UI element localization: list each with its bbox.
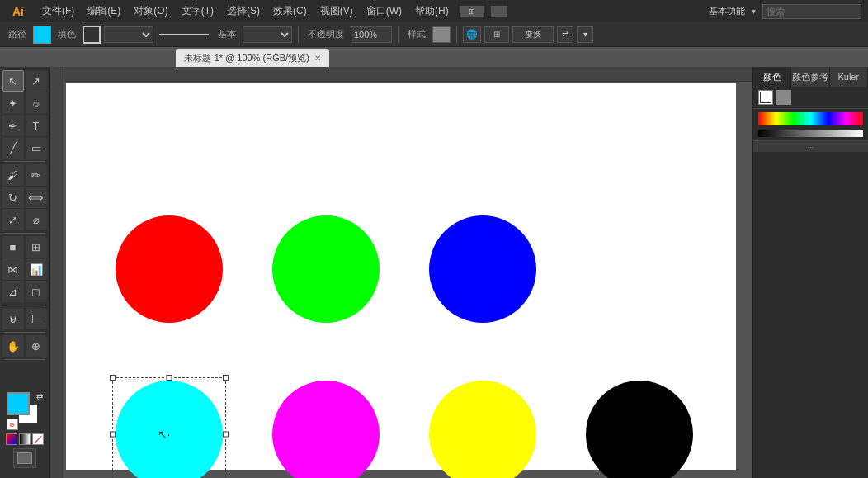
handle-tr[interactable] xyxy=(223,375,229,381)
panel-fill-icon[interactable] xyxy=(758,90,773,105)
mesh-tool[interactable]: ⊞ xyxy=(26,236,47,258)
fill-label: 填色 xyxy=(54,28,79,40)
menu-object[interactable]: 对象(O) xyxy=(128,2,173,21)
green-circle[interactable] xyxy=(272,215,380,323)
lasso-tool[interactable]: ⌾ xyxy=(26,92,47,114)
more-btn-2[interactable]: ▾ xyxy=(577,26,593,43)
separator-2 xyxy=(398,26,399,43)
color-mode-gradient[interactable] xyxy=(19,433,31,445)
slice-tool[interactable]: ⊿ xyxy=(2,281,24,302)
stroke-indicator[interactable] xyxy=(83,26,101,44)
color-mode-none[interactable] xyxy=(32,433,44,445)
tool-row-4: ╱ ▭ xyxy=(2,137,47,159)
gradient-tool[interactable]: ■ xyxy=(2,236,24,258)
paintbrush-tool[interactable]: 🖌 xyxy=(2,164,24,186)
handle-tl[interactable] xyxy=(110,375,116,381)
circles-top-row xyxy=(116,215,536,323)
menu-right: 基本功能 ▾ xyxy=(709,4,861,19)
eyedropper-tool[interactable]: ⊌ xyxy=(2,308,24,329)
arrange-btn[interactable]: ⊞ xyxy=(484,26,509,43)
gray-spectrum[interactable] xyxy=(758,130,863,137)
screen-mode-btn[interactable]: ⊞ xyxy=(460,6,484,17)
menu-help[interactable]: 帮助(H) xyxy=(409,2,455,21)
swap-colors-icon[interactable]: ⇄ xyxy=(36,392,43,401)
hand-tool[interactable]: ✋ xyxy=(2,335,24,357)
transform-btn[interactable]: 变换 xyxy=(512,26,554,43)
handle-tm[interactable] xyxy=(167,375,172,381)
separator-3 xyxy=(456,26,457,43)
menu-window[interactable]: 窗口(W) xyxy=(361,2,408,21)
eraser-tool[interactable]: ◻ xyxy=(26,281,47,302)
measure-tool[interactable]: ⊢ xyxy=(26,308,47,329)
mode-row xyxy=(6,433,44,445)
canvas-area[interactable]: ↖· xyxy=(50,67,752,478)
opacity-input[interactable] xyxy=(351,26,392,43)
tab-close-btn[interactable]: ✕ xyxy=(314,54,321,63)
path-label: 路径 xyxy=(5,28,30,40)
cyan-circle-selected[interactable]: ↖· xyxy=(116,381,223,478)
cyan-circle[interactable] xyxy=(116,381,223,478)
color-mode-color[interactable] xyxy=(6,433,17,445)
more-btn-1[interactable]: ⇌ xyxy=(557,26,573,43)
tool-row-7: ⤢ ⌀ xyxy=(2,209,47,230)
line-tool[interactable]: ╱ xyxy=(2,137,24,159)
shape-tool[interactable]: ▭ xyxy=(26,137,47,159)
fill-color-swatch[interactable] xyxy=(33,26,51,44)
magic-wand-tool[interactable]: ✦ xyxy=(2,92,24,114)
chart-tool[interactable]: 📊 xyxy=(26,258,47,280)
pen-tool[interactable]: ✒ xyxy=(2,115,24,136)
panel-status: ··· xyxy=(808,143,814,151)
reflect-tool[interactable]: ⟺ xyxy=(26,187,47,208)
tool-sep-1 xyxy=(4,161,45,162)
main-area: ↖ ↗ ✦ ⌾ ✒ T ╱ ▭ 🖌 ✏ ↻ ⟺ ⤢ ⌀ ■ xyxy=(0,67,868,478)
canvas-background[interactable]: ↖· xyxy=(66,83,736,470)
red-circle[interactable] xyxy=(116,215,223,323)
style-swatch[interactable] xyxy=(432,26,451,43)
select-tool[interactable]: ↖ xyxy=(2,70,24,92)
black-circle[interactable] xyxy=(586,381,693,478)
magenta-circle[interactable] xyxy=(272,381,380,478)
menu-view[interactable]: 视图(V) xyxy=(314,2,359,21)
panel-stroke-icon[interactable] xyxy=(776,90,791,105)
tab-kuler[interactable]: Kuler xyxy=(830,67,868,87)
tool-row-12: ✋ ⊕ xyxy=(2,335,47,357)
scale-tool[interactable]: ⤢ xyxy=(2,209,24,230)
search-input[interactable] xyxy=(762,4,861,19)
menu-file[interactable]: 文件(F) xyxy=(36,2,80,21)
tab-color-guide[interactable]: 颜色参考 xyxy=(791,67,829,87)
blue-circle[interactable] xyxy=(429,215,536,323)
tool-row-3: ✒ T xyxy=(2,115,47,136)
tool-sep-5 xyxy=(4,359,45,360)
tab-color[interactable]: 颜色 xyxy=(753,67,791,87)
color-spectrum[interactable] xyxy=(758,112,863,125)
type-tool[interactable]: T xyxy=(26,115,47,136)
color-panel-tabs: 颜色 颜色参考 Kuler xyxy=(753,67,868,87)
yellow-circle[interactable] xyxy=(429,381,536,478)
document-tab[interactable]: 未标题-1* @ 100% (RGB/预览) ✕ xyxy=(176,49,329,67)
menu-text[interactable]: 文字(T) xyxy=(176,2,219,21)
opacity-label: 不透明度 xyxy=(304,28,347,40)
rotate-tool[interactable]: ↻ xyxy=(2,187,24,208)
warp-tool[interactable]: ⌀ xyxy=(26,209,47,230)
menu-select[interactable]: 选择(S) xyxy=(221,2,266,21)
menu-effect[interactable]: 效果(C) xyxy=(267,2,313,21)
handle-ml[interactable] xyxy=(110,432,116,438)
view-options-btn[interactable] xyxy=(491,6,507,17)
options-bar: 路径 填色 基本 不透明度 样式 🌐 ⊞ 变换 ⇌ ▾ xyxy=(0,22,868,47)
separator-1 xyxy=(298,26,299,43)
artboard-btn[interactable] xyxy=(13,448,36,468)
none-color-box[interactable]: ⊘ xyxy=(7,419,18,430)
stroke-select[interactable] xyxy=(104,26,153,43)
handle-mr[interactable] xyxy=(223,432,229,438)
base-select[interactable] xyxy=(243,26,292,43)
globe-btn[interactable]: 🌐 xyxy=(463,26,481,43)
blend-tool[interactable]: ⋈ xyxy=(2,258,24,280)
zoom-tool[interactable]: ⊕ xyxy=(26,335,47,357)
fill-box[interactable] xyxy=(7,392,30,415)
tool-row-5: 🖌 ✏ xyxy=(2,164,47,186)
workspace-dropdown-icon[interactable]: ▾ xyxy=(752,7,756,16)
menu-edit[interactable]: 编辑(E) xyxy=(82,2,126,21)
menu-bar: Ai 文件(F) 编辑(E) 对象(O) 文字(T) 选择(S) 效果(C) 视… xyxy=(0,0,868,22)
direct-select-tool[interactable]: ↗ xyxy=(26,70,47,92)
pencil-tool[interactable]: ✏ xyxy=(26,164,47,186)
